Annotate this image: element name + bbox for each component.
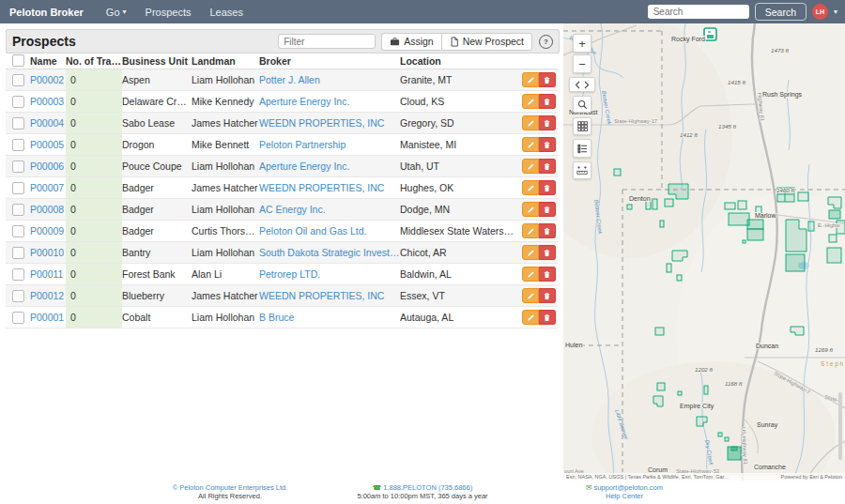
edit-button[interactable] (522, 202, 539, 217)
prospect-name-link[interactable]: P00004 (30, 117, 66, 129)
tracts-cell: 0 (66, 156, 122, 176)
row-checkbox[interactable] (12, 96, 24, 108)
edit-button[interactable] (522, 310, 539, 325)
edit-button[interactable] (522, 137, 539, 152)
delete-button[interactable] (539, 223, 556, 238)
user-menu-caret-icon[interactable]: ▾ (834, 8, 837, 16)
trash-icon (543, 313, 551, 322)
edit-button[interactable] (522, 245, 539, 260)
assign-button[interactable]: Assign (381, 33, 441, 51)
column-header-tracts[interactable]: No. of Tracts (66, 55, 122, 67)
broker-link[interactable]: Aperture Energy Inc. (259, 96, 400, 107)
delete-button[interactable] (539, 288, 556, 303)
delete-button[interactable] (539, 159, 556, 174)
map-canvas[interactable]: Rocky Ford Rush Springs Northeast che De… (563, 23, 845, 481)
map-search-button[interactable] (573, 96, 592, 113)
broker-link[interactable]: Aperture Energy Inc. (259, 160, 400, 172)
column-header-landman[interactable]: Landman (192, 55, 259, 67)
row-checkbox[interactable] (12, 182, 24, 194)
row-checkbox[interactable] (12, 290, 24, 302)
landman-cell: Liam Hollohan (192, 160, 259, 172)
edit-button[interactable] (522, 288, 539, 303)
prospect-name-link[interactable]: P00011 (30, 268, 66, 280)
column-header-name[interactable]: Name (30, 55, 66, 67)
delete-button[interactable] (539, 267, 556, 282)
edit-button[interactable] (522, 267, 539, 282)
row-checkbox[interactable] (12, 225, 24, 237)
row-checkbox[interactable] (12, 139, 24, 151)
nav-item-go[interactable]: Go ▾ (97, 7, 136, 18)
elevation-label: 1460 ft (776, 187, 794, 193)
new-prospect-button[interactable]: New Prospect (441, 33, 532, 51)
prospect-name-link[interactable]: P00010 (30, 247, 66, 258)
edit-button[interactable] (522, 115, 539, 130)
prospect-name-link[interactable]: P00005 (30, 139, 66, 150)
delete-button[interactable] (539, 245, 556, 260)
extent-navigation-button[interactable] (569, 77, 595, 92)
delete-button[interactable] (539, 115, 556, 130)
row-checkbox[interactable] (12, 247, 24, 259)
prospect-name-link[interactable]: P00002 (30, 74, 66, 85)
location-cell: Middlesex State Waters, CT (400, 225, 515, 237)
delete-button[interactable] (539, 310, 556, 325)
delete-button[interactable] (539, 94, 556, 109)
broker-link[interactable]: WEEDN PROPERTIES, INC (259, 290, 400, 301)
user-avatar[interactable]: LH (812, 4, 828, 20)
prospect-name-link[interactable]: P00009 (30, 225, 66, 237)
broker-link[interactable]: WEEDN PROPERTIES, INC (259, 117, 400, 129)
measure-button[interactable] (573, 161, 592, 179)
broker-link[interactable]: WEEDN PROPERTIES, INC (259, 182, 400, 193)
nav-item-leases[interactable]: Leases (200, 7, 252, 18)
nav-item-prospects[interactable]: Prospects (136, 7, 201, 18)
brand-logo[interactable]: Peloton Broker (9, 7, 84, 18)
row-checkbox[interactable] (12, 312, 24, 324)
support-email-link[interactable]: support@peloton.com (593, 483, 663, 492)
filter-input[interactable] (278, 34, 376, 49)
broker-link[interactable]: B Bruce (259, 312, 400, 323)
prospect-name-link[interactable]: P00008 (30, 204, 66, 215)
zoom-out-button[interactable]: − (573, 54, 592, 73)
broker-link[interactable]: South Dakota Strategic Investments (259, 247, 400, 258)
delete-button[interactable] (539, 180, 556, 195)
select-all-checkbox[interactable] (12, 54, 24, 67)
trash-icon (543, 292, 551, 300)
zoom-in-button[interactable]: + (573, 34, 592, 53)
phone-link[interactable]: 1.888.PELOTON (735.6866) (383, 483, 472, 492)
row-checkbox[interactable] (12, 74, 24, 86)
broker-link[interactable]: Peloton Partnership (259, 139, 400, 150)
row-checkbox[interactable] (12, 268, 24, 281)
edit-button[interactable] (522, 72, 539, 87)
prospect-name-link[interactable]: P00007 (30, 182, 66, 193)
basemap-gallery-button[interactable] (573, 117, 592, 135)
help-icon[interactable]: ? (539, 35, 553, 49)
edit-button[interactable] (522, 94, 539, 109)
row-checkbox[interactable] (12, 204, 24, 216)
prospect-name-link[interactable]: P00006 (30, 160, 66, 172)
edit-button[interactable] (522, 159, 539, 174)
broker-link[interactable]: Potter J. Allen (259, 74, 400, 85)
edit-button[interactable] (522, 180, 539, 195)
tracts-cell: 0 (66, 242, 122, 263)
broker-link[interactable]: Petrorep LTD. (259, 268, 400, 280)
broker-link[interactable]: AC Energy Inc. (259, 204, 400, 215)
global-search-input[interactable] (648, 5, 749, 19)
row-checkbox[interactable] (12, 160, 24, 173)
column-header-business-unit[interactable]: Business Unit (122, 55, 192, 67)
town-label: Corum (648, 466, 668, 473)
prospect-name-link[interactable]: P00001 (30, 312, 66, 323)
delete-button[interactable] (539, 72, 556, 87)
delete-button[interactable] (539, 202, 556, 217)
broker-link[interactable]: Peloton Oil and Gas Ltd. (259, 225, 400, 237)
delete-button[interactable] (539, 137, 556, 152)
row-checkbox[interactable] (12, 117, 24, 130)
layer-list-button[interactable] (573, 139, 592, 158)
global-search-button[interactable]: Search (755, 3, 807, 21)
prospect-name-link[interactable]: P00003 (30, 96, 66, 107)
column-header-location[interactable]: Location (400, 55, 515, 67)
map-scrollbar[interactable] (838, 392, 842, 460)
company-link[interactable]: © Peloton Computer Enterprises Ltd. (173, 483, 288, 492)
column-header-broker[interactable]: Broker (259, 55, 400, 67)
prospect-name-link[interactable]: P00012 (30, 290, 66, 301)
help-center-link[interactable]: Help Center (606, 492, 643, 500)
edit-button[interactable] (522, 223, 539, 238)
